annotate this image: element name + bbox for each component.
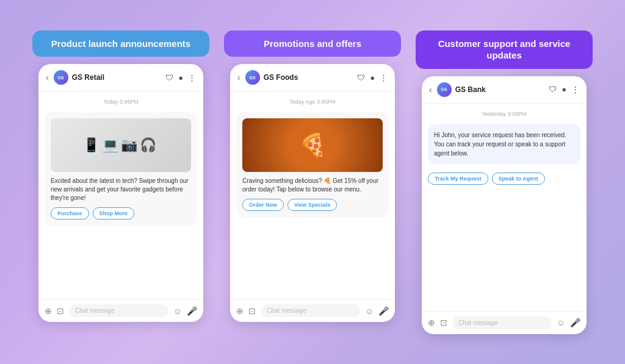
search-icon[interactable]: ●	[178, 73, 183, 82]
shield-icon-bank: 🛡	[549, 85, 557, 94]
add-icon[interactable]: ⊕	[45, 306, 52, 316]
emoji-icon-bank[interactable]: ☺	[557, 318, 565, 327]
footer-right-icons: ☺ 🎤	[173, 306, 197, 316]
support-buttons: Track My Request Speak to Agent	[428, 173, 580, 185]
phone-header-retail: ‹ GS GS Retail 🛡 ● ⋮	[38, 64, 203, 91]
mic-icon-foods[interactable]: 🎤	[378, 306, 389, 316]
shield-icon-foods: 🛡	[357, 73, 365, 82]
back-icon-bank[interactable]: ‹	[429, 85, 432, 95]
timestamp-bank: Yesterday 3:05PM	[428, 111, 580, 117]
mic-icon-bank[interactable]: 🎤	[570, 318, 580, 327]
chat-input-foods[interactable]: Chat message	[261, 304, 360, 317]
phone-body-foods: Today Ago 3:45PM 🍕 Craving something del…	[230, 91, 395, 299]
badge-promotions: Promotions and offers	[224, 30, 401, 57]
phone-footer-retail: ⊕ ⊡ Chat message ☺ 🎤	[38, 299, 203, 322]
chat-input-bank[interactable]: Chat message	[452, 316, 552, 329]
avatar-retail: GS	[54, 70, 68, 85]
footer-left-icons: ⊕ ⊡	[45, 306, 64, 316]
footer-right-icons-foods: ☺ 🎤	[365, 306, 389, 316]
add-icon-bank[interactable]: ⊕	[428, 318, 435, 327]
foods-buttons: Order Now View Specials	[242, 199, 383, 211]
column-support: Customer support and service updates ‹ G…	[416, 30, 593, 334]
message-card-foods: 🍕 Craving something delicious? 🍕 Get 15%…	[236, 112, 389, 217]
header-icons-retail: 🛡 ● ⋮	[165, 73, 196, 82]
phone-title-bank: GS Bank	[455, 85, 545, 94]
speak-agent-button[interactable]: Speak to Agent	[492, 173, 545, 185]
back-icon-foods[interactable]: ‹	[237, 73, 240, 82]
retail-message-text: Excited about the latest in tech? Swipe …	[51, 177, 191, 202]
footer-right-icons-bank: ☺ 🎤	[557, 318, 580, 327]
avatar-foods: GS	[245, 70, 260, 85]
phone-product-launch: ‹ GS GS Retail 🛡 ● ⋮ Today 3:45PM Excite…	[38, 64, 203, 322]
pizza-image: 🍕	[242, 118, 383, 172]
purchase-button[interactable]: Purchase	[51, 207, 89, 219]
add-icon-foods[interactable]: ⊕	[236, 306, 244, 316]
badge-support: Customer support and service updates	[416, 30, 593, 69]
phone-body-retail: Today 3:45PM Excited about the latest in…	[38, 91, 203, 299]
phone-footer-bank: ⊕ ⊡ Chat message ☺ 🎤	[422, 311, 587, 334]
retail-buttons: Purchase Shop More	[51, 207, 191, 219]
tech-image	[51, 118, 191, 172]
badge-label: Product launch announcements	[51, 38, 190, 49]
phone-body-bank: Yesterday 3:05PM Hi John, your service r…	[422, 104, 587, 311]
back-icon[interactable]: ‹	[46, 73, 49, 82]
badge-label-promotions: Promotions and offers	[264, 38, 361, 49]
header-icons-bank: 🛡 ● ⋮	[549, 85, 579, 94]
view-specials-button[interactable]: View Specials	[287, 199, 337, 211]
more-icon[interactable]: ⋮	[188, 73, 196, 82]
more-icon-bank[interactable]: ⋮	[571, 85, 579, 94]
more-icon-foods[interactable]: ⋮	[380, 73, 388, 82]
support-message-text: Hi John, your service request has been r…	[428, 124, 580, 164]
main-container: Product launch announcements ‹ GS GS Ret…	[20, 18, 605, 346]
phone-title-foods: GS Foods	[264, 73, 353, 82]
phone-support: ‹ GS GS Bank 🛡 ● ⋮ Yesterday 3:05PM Hi J…	[422, 76, 587, 334]
column-product-launch: Product launch announcements ‹ GS GS Ret…	[32, 30, 209, 323]
chat-input-retail[interactable]: Chat message	[69, 304, 168, 317]
phone-header-foods: ‹ GS GS Foods 🛡 ● ⋮	[230, 64, 395, 91]
timestamp-retail: Today 3:45PM	[45, 99, 197, 105]
search-icon-foods[interactable]: ●	[370, 73, 375, 82]
phone-footer-foods: ⊕ ⊡ Chat message ☺ 🎤	[230, 299, 395, 322]
column-promotions: Promotions and offers ‹ GS GS Foods 🛡 ● …	[224, 30, 401, 323]
message-card-retail: Excited about the latest in tech? Swipe …	[45, 112, 197, 226]
badge-label-support: Customer support and service updates	[438, 38, 571, 61]
timestamp-foods: Today Ago 3:45PM	[236, 99, 389, 105]
search-icon-bank[interactable]: ●	[562, 85, 566, 94]
foods-message-text: Craving something delicious? 🍕 Get 15% o…	[242, 177, 383, 194]
image-icon-bank[interactable]: ⊡	[440, 318, 447, 327]
phone-title-retail: GS Retail	[72, 73, 162, 82]
track-request-button[interactable]: Track My Request	[428, 173, 488, 185]
order-now-button[interactable]: Order Now	[242, 199, 284, 211]
emoji-icon[interactable]: ☺	[173, 306, 182, 316]
phone-header-bank: ‹ GS GS Bank 🛡 ● ⋮	[422, 76, 587, 104]
badge-product-launch: Product launch announcements	[32, 30, 209, 57]
mic-icon[interactable]: 🎤	[187, 306, 197, 316]
image-icon[interactable]: ⊡	[57, 306, 64, 316]
footer-left-icons-foods: ⊕ ⊡	[236, 306, 256, 316]
header-icons-foods: 🛡 ● ⋮	[357, 73, 388, 82]
phone-promotions: ‹ GS GS Foods 🛡 ● ⋮ Today Ago 3:45PM 🍕 C…	[230, 64, 395, 322]
avatar-bank: GS	[437, 82, 452, 97]
shop-more-button[interactable]: Shop More	[93, 207, 135, 219]
footer-left-icons-bank: ⊕ ⊡	[428, 318, 447, 327]
emoji-icon-foods[interactable]: ☺	[365, 306, 374, 316]
shield-icon: 🛡	[165, 73, 173, 82]
image-icon-foods[interactable]: ⊡	[248, 306, 256, 316]
